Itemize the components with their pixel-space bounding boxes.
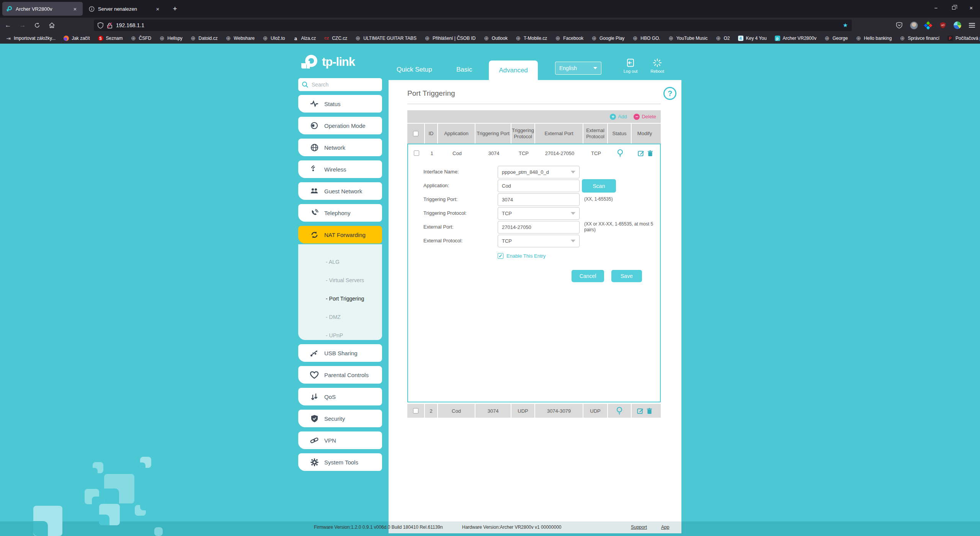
submenu-item-dmz[interactable]: - DMZ bbox=[326, 314, 341, 320]
bookmark-item[interactable]: ⇥Importovat záložky... bbox=[5, 35, 56, 41]
tab-archer[interactable]: Archer VR2800v × bbox=[2, 2, 83, 16]
minimize-button[interactable]: − bbox=[927, 0, 945, 15]
sidebar-item-status[interactable]: Status bbox=[298, 95, 382, 113]
submenu-item-virtual-servers[interactable]: - Virtual Servers bbox=[326, 277, 364, 283]
bookmark-item[interactable]: PPočítačová poradna bbox=[947, 35, 980, 41]
nav-quick-setup[interactable]: Quick Setup bbox=[397, 66, 432, 74]
pocket-icon[interactable] bbox=[894, 20, 904, 30]
row-checkbox[interactable] bbox=[413, 408, 418, 413]
gear-icon bbox=[310, 458, 319, 466]
submenu-item-upnp[interactable]: - UPnP bbox=[326, 332, 343, 338]
bookmark-item[interactable]: ⊕O2 bbox=[715, 35, 730, 41]
delete-button[interactable]: −Delete bbox=[634, 114, 656, 120]
sidebar-item-guest-network[interactable]: Guest Network bbox=[298, 182, 382, 200]
sidebar-item-usb-sharing[interactable]: USB Sharing bbox=[298, 344, 382, 362]
row-checkbox[interactable] bbox=[414, 150, 419, 156]
bulb-status-icon[interactable] bbox=[616, 407, 622, 415]
scan-button[interactable]: Scan bbox=[582, 179, 616, 193]
bookmark-item[interactable]: ⊕Outlook bbox=[483, 35, 508, 41]
search-input[interactable] bbox=[312, 82, 373, 88]
bookmark-item[interactable]: CZCZC.cz bbox=[323, 35, 347, 41]
bookmark-item[interactable]: pArcher VR2800v bbox=[774, 35, 817, 41]
sidebar-item-network[interactable]: Network bbox=[298, 139, 382, 156]
sidebar-search[interactable] bbox=[298, 78, 382, 91]
restore-button[interactable] bbox=[945, 0, 962, 15]
idm-icon[interactable] bbox=[952, 20, 962, 30]
triggering-port-input[interactable] bbox=[498, 193, 580, 206]
edit-icon[interactable] bbox=[637, 408, 644, 414]
bookmark-item[interactable]: ⊕Přihlášení | ČSOB ID bbox=[424, 35, 476, 41]
bookmark-item[interactable]: ⊕Google Play bbox=[591, 35, 624, 41]
tab-close-icon[interactable]: × bbox=[154, 5, 162, 13]
logout-button[interactable]: Log out bbox=[617, 58, 644, 74]
external-protocol-select[interactable]: TCP bbox=[498, 235, 580, 247]
bookmark-item[interactable]: ⊕Hellspy bbox=[159, 35, 182, 41]
triggering-protocol-select[interactable]: TCP bbox=[498, 207, 580, 220]
new-tab-button[interactable]: + bbox=[169, 3, 181, 15]
sidebar-item-parental-controls[interactable]: Parental Controls bbox=[298, 366, 382, 384]
sidebar-item-telephony[interactable]: Telephony bbox=[298, 204, 382, 222]
help-button[interactable]: ? bbox=[663, 87, 676, 100]
nav-basic[interactable]: Basic bbox=[456, 66, 472, 74]
sidebar-item-operation-mode[interactable]: Operation Mode bbox=[298, 117, 382, 134]
reload-button[interactable] bbox=[31, 20, 44, 31]
close-button[interactable]: × bbox=[962, 0, 980, 15]
url-bar[interactable]: 192.168.1.1 ★ bbox=[94, 20, 852, 31]
language-select[interactable]: English bbox=[555, 62, 601, 75]
trash-icon[interactable] bbox=[647, 150, 653, 157]
bookmark-item[interactable]: ⊕Správce financí bbox=[899, 35, 939, 41]
table-row[interactable]: 2 Cod 3074 UDP 3074-3079 UDP bbox=[407, 404, 661, 418]
bookmark-item[interactable]: ⊕Datoid.cz bbox=[190, 35, 218, 41]
bookmark-item[interactable]: ⊕George bbox=[824, 35, 848, 41]
profile-avatar[interactable] bbox=[909, 20, 919, 30]
bookmark-item[interactable]: ⊕YouTube Music bbox=[668, 35, 708, 41]
sidebar-item-vpn[interactable]: VPN bbox=[298, 431, 382, 449]
ublock-icon[interactable]: uO bbox=[938, 20, 948, 30]
bookmark-item[interactable]: Jak začít bbox=[63, 35, 90, 41]
back-button[interactable]: ← bbox=[2, 20, 15, 31]
save-button[interactable]: Save bbox=[611, 270, 642, 282]
bookmark-item[interactable]: ⊕Facebook bbox=[555, 35, 583, 41]
forward-button[interactable]: → bbox=[16, 20, 29, 31]
external-port-input[interactable] bbox=[498, 221, 580, 234]
sidebar-item-qos[interactable]: QoS bbox=[298, 388, 382, 405]
bulb-status-icon[interactable] bbox=[617, 149, 623, 157]
sidebar-item-security[interactable]: Security bbox=[298, 410, 382, 427]
reboot-button[interactable]: Reboot bbox=[644, 58, 671, 74]
enable-checkbox[interactable]: ✓ bbox=[498, 253, 503, 259]
url-text[interactable]: 192.168.1.1 bbox=[116, 22, 840, 28]
extensions-icon[interactable] bbox=[923, 20, 933, 30]
bookmark-item[interactable]: ⊕ČSFD bbox=[131, 35, 152, 41]
table-row[interactable]: 1 Cod 3074 TCP 27014-27050 TCP bbox=[408, 144, 660, 162]
home-button[interactable] bbox=[45, 20, 58, 31]
tab-close-icon[interactable]: × bbox=[71, 5, 79, 13]
edit-icon[interactable] bbox=[638, 150, 644, 157]
bookmark-item[interactable]: ⊕ULTIMATE GUITAR TABS bbox=[355, 35, 416, 41]
app-link[interactable]: App bbox=[661, 525, 669, 530]
bookmark-item[interactable]: SSeznam bbox=[98, 35, 123, 41]
menu-button[interactable] bbox=[967, 20, 977, 30]
trash-icon[interactable] bbox=[647, 408, 652, 414]
bookmark-item[interactable]: aAlza.cz bbox=[292, 35, 316, 41]
interface-name-select[interactable]: pppoe_ptm_848_0_d bbox=[498, 166, 580, 178]
bookmark-item[interactable]: ⊕Ulož.to bbox=[262, 35, 285, 41]
globe-icon: ⊕ bbox=[483, 35, 490, 41]
select-all-checkbox[interactable] bbox=[413, 131, 418, 136]
sidebar-item-system-tools[interactable]: System Tools bbox=[298, 453, 382, 471]
submenu-item-alg[interactable]: - ALG bbox=[326, 259, 340, 265]
submenu-item-port-triggering[interactable]: - Port Triggering bbox=[326, 296, 364, 302]
application-input[interactable] bbox=[498, 180, 580, 192]
bookmark-item[interactable]: 4Key 4 You bbox=[738, 35, 767, 41]
support-link[interactable]: Support bbox=[631, 525, 647, 530]
bookmark-item[interactable]: ⊕HBO GO. bbox=[632, 35, 660, 41]
sidebar-item-nat-forwarding[interactable]: NAT Forwarding bbox=[298, 226, 382, 243]
bookmark-item[interactable]: ⊕T-Mobile.cz bbox=[515, 35, 547, 41]
bookmark-item[interactable]: ⊕Webshare bbox=[225, 35, 255, 41]
nav-advanced[interactable]: Advanced bbox=[489, 60, 538, 80]
bookmark-item[interactable]: ⊕Hello banking bbox=[856, 35, 892, 41]
sidebar-item-wireless[interactable]: Wireless bbox=[298, 160, 382, 178]
add-button[interactable]: +Add bbox=[610, 114, 627, 120]
cancel-button[interactable]: Cancel bbox=[572, 270, 604, 282]
bookmark-star-icon[interactable]: ★ bbox=[843, 22, 848, 29]
tab-server-nenalezen[interactable]: Server nenalezen × bbox=[85, 2, 165, 16]
